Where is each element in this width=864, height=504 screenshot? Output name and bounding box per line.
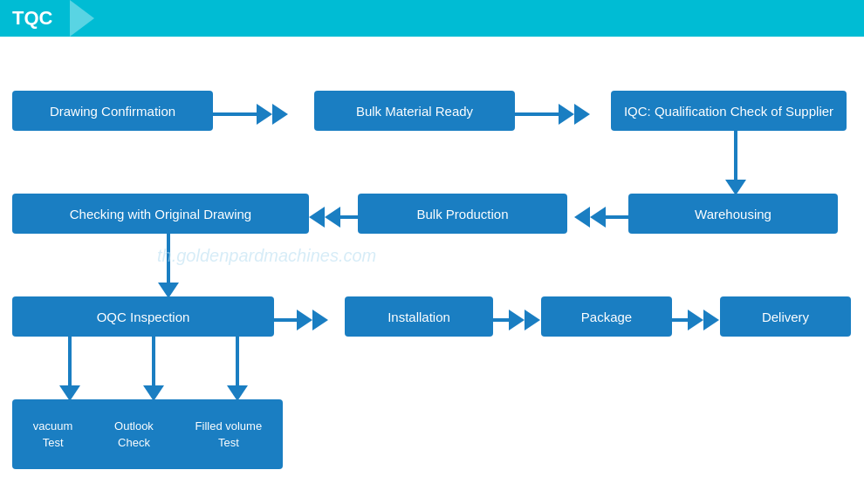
filled-volume-test-item: Filled volume Test bbox=[195, 418, 263, 452]
arrow-package-to-delivery bbox=[672, 310, 719, 330]
installation-box: Installation bbox=[345, 296, 493, 337]
header-title: TQC bbox=[12, 7, 52, 30]
arrow-drawing-to-bulk-material bbox=[213, 104, 288, 125]
delivery-box: Delivery bbox=[720, 296, 851, 337]
arrow-installation-to-package bbox=[493, 310, 540, 330]
vacuum-test-item: vacuum Test bbox=[33, 418, 73, 452]
arrow-oqc-to-installation bbox=[274, 310, 328, 330]
outlook-check-item: Outlook Check bbox=[114, 418, 154, 452]
sub-boxes-group: vacuum Test Outlook Check Filled volume … bbox=[12, 399, 283, 469]
watermark: th.goldenpardmachines.com bbox=[157, 246, 376, 266]
bulk-material-ready-box: Bulk Material Ready bbox=[314, 91, 515, 131]
bulk-production-box: Bulk Production bbox=[358, 194, 567, 234]
main-content: th.goldenpardmachines.com Drawing Confir… bbox=[0, 37, 864, 504]
arrow-bulk-material-to-iqc bbox=[515, 104, 590, 125]
header-arrow-decoration bbox=[70, 0, 94, 37]
warehousing-box: Warehousing bbox=[628, 194, 838, 234]
iqc-box: IQC: Qualification Check of Supplier bbox=[611, 91, 847, 131]
arrow-warehousing-to-bulk-production bbox=[574, 207, 646, 228]
oqc-inspection-box: OQC Inspection bbox=[12, 296, 274, 337]
package-box: Package bbox=[541, 296, 672, 337]
checking-with-original-box: Checking with Original Drawing bbox=[12, 194, 309, 234]
header: TQC bbox=[0, 0, 864, 37]
drawing-confirmation-box: Drawing Confirmation bbox=[12, 91, 213, 131]
arrow-bulk-production-to-checking bbox=[309, 207, 375, 228]
